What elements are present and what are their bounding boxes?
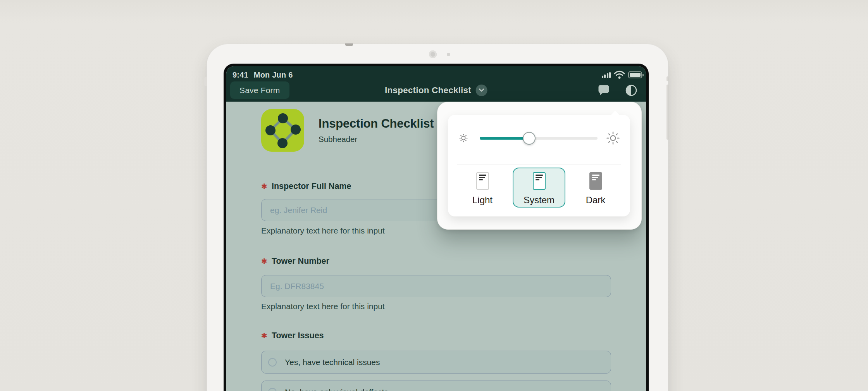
wifi-icon: [614, 71, 625, 79]
top-edge-button: [345, 43, 353, 46]
battery-icon: [628, 71, 642, 78]
page-dark-icon: [589, 172, 602, 190]
contrast-icon: [625, 84, 637, 97]
form-app-icon: [261, 109, 304, 152]
left-edge-button: [204, 77, 207, 86]
field-label-tower-issues: ✱ Tower Issues: [261, 331, 611, 341]
helper-text: Explanatory text here for this input: [261, 302, 611, 311]
popover-divider: [457, 164, 621, 164]
page-title: Inspection Checklist: [319, 117, 434, 131]
brightness-low-icon: [458, 133, 468, 143]
cellular-signal-icon: [602, 72, 611, 78]
form-title-dropdown[interactable]: Inspection Checklist: [385, 81, 487, 99]
brightness-slider[interactable]: [480, 137, 598, 140]
status-time: 9:41: [232, 71, 248, 80]
appearance-popover: Light System Dark: [437, 102, 642, 230]
field-label-tower-number: ✱ Tower Number: [261, 256, 611, 266]
theme-option-system[interactable]: System: [513, 168, 565, 208]
brightness-high-icon: [606, 131, 620, 145]
popover-arrow: [610, 111, 620, 120]
required-asterisk: ✱: [261, 258, 267, 265]
appearance-popover-card: Light System Dark: [448, 115, 630, 216]
side-button-lower: [666, 85, 668, 140]
radio-circle-icon[interactable]: [268, 358, 277, 367]
tablet-screen: 9:41 Mon Jun 6: [224, 64, 649, 391]
chat-button[interactable]: [598, 85, 610, 96]
desktop-background: 9:41 Mon Jun 6: [0, 0, 868, 391]
page-light-icon: [476, 172, 489, 190]
chevron-down-icon: [476, 85, 487, 96]
chat-bubble-icon: [598, 85, 610, 96]
required-asterisk: ✱: [261, 183, 267, 190]
side-button-upper: [666, 76, 668, 81]
required-asterisk: ✱: [261, 332, 267, 339]
nav-bar: Save Form Inspection Checklist: [226, 81, 646, 102]
theme-option-light[interactable]: Light: [462, 168, 503, 208]
front-camera: [429, 50, 437, 58]
app-display: 9:41 Mon Jun 6: [226, 66, 646, 391]
radio-option-no[interactable]: No, have only visual deffects: [261, 381, 611, 391]
radio-circle-icon[interactable]: [268, 388, 277, 391]
theme-options-row: Light System Dark: [448, 168, 630, 208]
nav-actions: [598, 81, 637, 99]
nav-title-label: Inspection Checklist: [385, 85, 471, 95]
save-form-button[interactable]: Save Form: [230, 81, 289, 99]
status-bar: 9:41 Mon Jun 6: [226, 66, 646, 81]
camera-sensor-dot: [447, 53, 450, 56]
brightness-slider-fill: [480, 137, 529, 140]
tower-number-input[interactable]: [261, 275, 611, 297]
page-subtitle: Subheader: [319, 135, 434, 144]
brightness-slider-thumb[interactable]: [523, 132, 536, 145]
radio-option-yes[interactable]: Yes, have technical issues: [261, 351, 611, 374]
appearance-toggle-button[interactable]: [625, 84, 637, 97]
form-header-text: Inspection Checklist Subheader: [319, 117, 434, 144]
theme-option-dark[interactable]: Dark: [575, 168, 616, 208]
page-system-icon: [533, 172, 546, 190]
tablet-device-frame: 9:41 Mon Jun 6: [207, 44, 668, 391]
status-date: Mon Jun 6: [254, 71, 293, 80]
